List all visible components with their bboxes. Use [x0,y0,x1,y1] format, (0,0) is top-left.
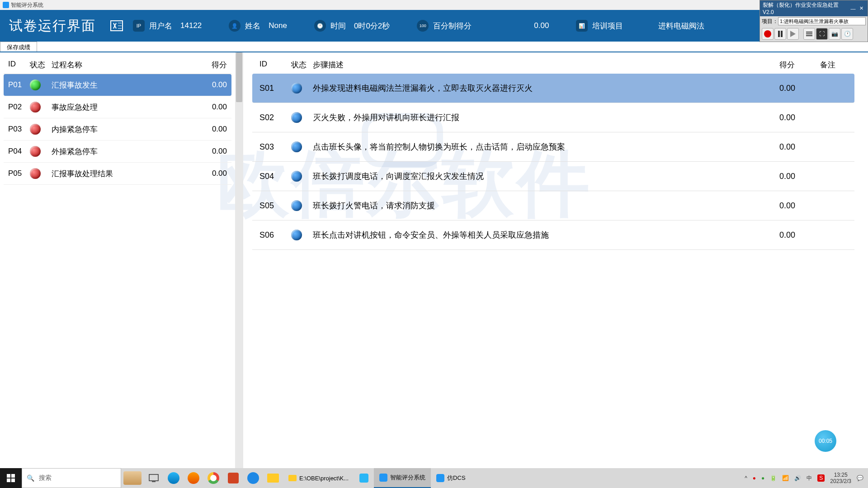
training-field: 📊 培训项目 进料电磁阀法 [576,20,704,32]
excel-export-icon[interactable] [109,19,124,33]
ppt-icon[interactable] [223,468,243,488]
list-button[interactable] [803,28,815,40]
tray-battery-icon[interactable]: 🔋 [770,475,777,481]
explorer-icon[interactable] [263,468,283,488]
scroll-thumb[interactable] [236,52,242,102]
step-desc: 班长拨打火警电话，请求消防支援 [313,200,779,211]
task-view-icon[interactable] [144,474,164,482]
recorder-titlebar[interactable]: 裂解（裂化）作业安全应急处置V2.0 — ✕ [760,0,868,16]
taskbar-app[interactable]: 智能评分系统 [374,468,431,488]
user-label: 用户名 [149,21,172,31]
step-row[interactable]: S04 班长拨打调度电话，向调度室汇报火灾发生情况 0.00 [252,162,854,191]
screen-button[interactable]: ⛶ [816,28,828,40]
process-row[interactable]: P04 外操紧急停车 0.00 [4,141,231,163]
edge-icon[interactable] [164,468,184,488]
process-row[interactable]: P03 内操紧急停车 0.00 [4,118,231,141]
process-row[interactable]: P01 汇报事故发生 0.00 [4,74,231,96]
process-row[interactable]: P02 事故应急处理 0.00 [4,96,231,118]
status-orb-icon [291,171,302,182]
recorder-title: 裂解（裂化）作业安全应急处置V2.0 [763,1,849,15]
step-status [291,83,313,94]
name-value: None [269,21,287,30]
taskbar[interactable]: 🔍 搜索 E:\OBE\project\K...智能评分系统仿DCS ^ ● ●… [0,468,868,488]
project-input[interactable] [778,17,866,25]
step-row[interactable]: S06 班长点击对讲机按钮，命令安全员、外操等相关人员采取应急措施 0.00 [252,221,854,250]
tray-volume-icon[interactable]: 🔊 [794,475,801,481]
step-id: S04 [259,172,291,181]
app-label: 智能评分系统 [390,474,425,482]
score-label: 百分制得分 [433,21,472,31]
chart-icon: 📊 [576,20,588,32]
step-desc: 班长拨打调度电话，向调度室汇报火灾发生情况 [313,171,779,182]
window-titlebar: 智能评分系统 [0,0,868,10]
training-value: 进料电磁阀法 [658,21,704,31]
ime-indicator[interactable]: 中 [807,474,812,482]
tray-icon-2[interactable]: ● [761,475,764,481]
timer-bubble[interactable]: 00:05 [815,430,836,452]
step-score: 0.00 [779,142,820,152]
search-placeholder: 搜索 [39,474,52,482]
recorder-project-row: 项目： [760,16,868,26]
col-score: 得分 [779,60,820,70]
pause-button[interactable] [774,28,786,40]
sogou-icon[interactable]: S [817,474,825,482]
minimize-icon[interactable]: — [849,5,857,12]
step-score: 0.00 [779,201,820,211]
svg-rect-8 [149,474,158,481]
step-score: 0.00 [779,230,820,240]
camera-button[interactable]: 📷 [829,28,840,40]
step-status [291,230,313,240]
window-title: 智能评分系统 [11,1,43,9]
col-id: ID [8,60,30,70]
proc-name: 汇报事故发生 [52,80,191,90]
proc-name: 事故应急处理 [52,102,191,113]
status-orb-icon [291,83,302,94]
training-label: 培训项目 [592,21,623,31]
name-label: 姓名 [245,21,260,31]
chrome-icon[interactable] [203,468,223,488]
taskbar-app[interactable]: E:\OBE\project\K... [283,468,354,488]
tray-chevron-icon[interactable]: ^ [745,475,747,481]
step-row[interactable]: S03 点击班长头像，将当前控制人物切换为班长，点击话筒，启动应急预案 0.00 [252,132,854,162]
cortana-icon[interactable] [121,471,144,485]
taskbar-clock[interactable]: 13:25 2023/2/3 [830,472,851,485]
status-orb-icon [291,141,302,152]
recorder-floating-window[interactable]: 裂解（裂化）作业安全应急处置V2.0 — ✕ 项目： ⛶ 📷 🕐 [760,0,868,42]
record-button[interactable] [762,28,774,40]
save-score-button[interactable]: 保存成绩 [0,42,37,52]
app-icon-1[interactable] [243,468,263,488]
step-list-pane: ID 状态 步骤描述 得分 备注 S01 外操发现进料电磁阀法兰泄漏着火，立即去… [243,52,868,468]
taskbar-app[interactable]: 仿DCS [431,468,471,488]
start-button[interactable] [0,468,22,488]
step-row[interactable]: S01 外操发现进料电磁阀法兰泄漏着火，立即去取灭火器进行灭火 0.00 [252,74,854,103]
name-field: 👤 姓名 None [229,20,287,32]
toolbar: 保存成绩 [0,42,868,52]
system-tray[interactable]: ^ ● ● 🔋 📶 🔊 中 S 13:25 2023/2/3 💬 [740,472,868,485]
col-name: 过程名称 [52,60,191,70]
timer-button[interactable]: 🕐 [841,28,853,40]
step-status [291,200,313,211]
step-row[interactable]: S02 灭火失败，外操用对讲机向班长进行汇报 0.00 [252,103,854,132]
page-title: 试卷运行界面 [9,17,96,35]
step-row[interactable]: S05 班长拨打火警电话，请求消防支援 0.00 [252,191,854,221]
close-icon[interactable]: ✕ [858,5,865,12]
process-table-header: ID 状态 过程名称 得分 [4,56,231,74]
play-button[interactable] [787,28,799,40]
taskbar-search[interactable]: 🔍 搜索 [22,468,121,488]
col-score: 得分 [191,60,227,70]
left-scrollbar[interactable] [235,52,243,468]
project-label: 项目： [762,18,778,25]
notification-icon[interactable]: 💬 [857,475,863,481]
proc-status [30,124,52,135]
step-table-header: ID 状态 步骤描述 得分 备注 [252,56,854,74]
process-row[interactable]: P05 汇报事故处理结果 0.00 [4,163,231,185]
firefox-icon[interactable] [184,468,203,488]
proc-name: 内操紧急停车 [52,124,191,135]
clock-icon: 🕐 [314,20,326,32]
score-field: 100 百分制得分 0.00 [417,20,549,32]
taskbar-app[interactable] [354,468,374,488]
proc-name: 外操紧急停车 [52,146,191,157]
tray-icon-1[interactable]: ● [753,475,756,481]
svg-rect-6 [7,479,10,482]
tray-network-icon[interactable]: 📶 [782,475,789,481]
